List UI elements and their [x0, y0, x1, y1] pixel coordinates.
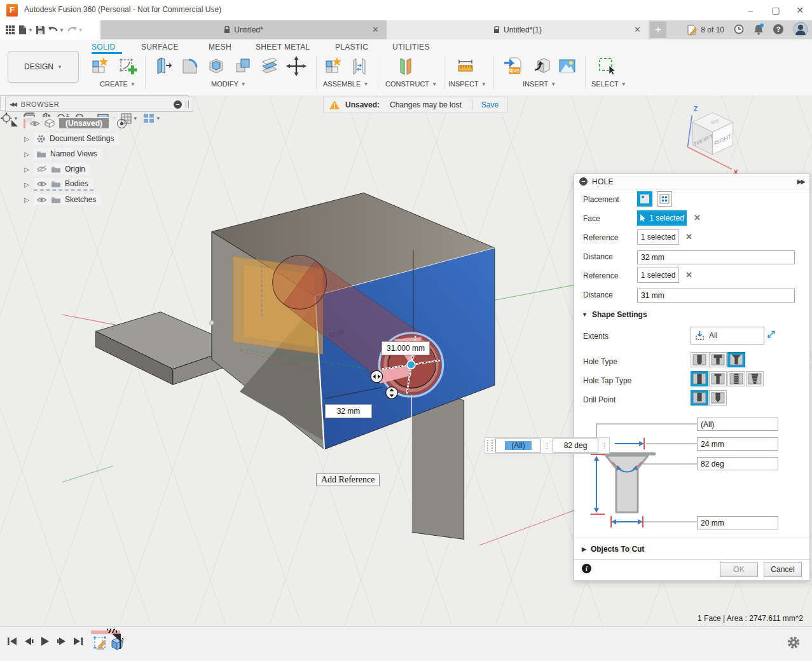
collapse-panel-icon[interactable]: ◀◀: [10, 101, 16, 107]
ribbon-tab-surface[interactable]: SURFACE: [141, 43, 179, 51]
maximize-button[interactable]: ▢: [766, 3, 785, 18]
app-grid-icon[interactable]: [5, 25, 15, 35]
face-selection-button[interactable]: 1 selected: [637, 210, 687, 226]
ribbon-tab-utilities[interactable]: UTILITIES: [392, 43, 430, 51]
field-options-grip[interactable]: ⋮: [601, 444, 607, 448]
hole-type-simple-button[interactable]: [691, 352, 708, 367]
insert-mesh-button[interactable]: [530, 55, 553, 78]
info-icon[interactable]: i: [582, 564, 591, 573]
create-group-label[interactable]: CREATE ▼: [100, 80, 135, 88]
timeline-step-forward-button[interactable]: [55, 634, 69, 648]
expand-triangle-icon[interactable]: ▷: [23, 166, 31, 173]
construct-plane-button[interactable]: [394, 55, 417, 78]
close-tab-icon[interactable]: ✕: [634, 25, 641, 34]
timeline-go-to-start-button[interactable]: [5, 634, 19, 648]
timeline-sketch-feature[interactable]: [93, 636, 108, 653]
close-tab-icon[interactable]: ✕: [372, 25, 379, 34]
ribbon-tab-sheet-metal[interactable]: SHEET METAL: [256, 43, 310, 51]
document-tab-1[interactable]: Untitled* ✕: [100, 20, 387, 39]
job-status-button[interactable]: 8 of 10: [687, 25, 724, 36]
tap-type-tapped-button[interactable]: [727, 371, 745, 386]
countersink-angle-field[interactable]: [697, 457, 778, 470]
browser-row-named-views[interactable]: ▷ Named Views: [23, 146, 193, 161]
timeline-settings-gear-icon[interactable]: [787, 636, 801, 651]
expand-triangle-icon[interactable]: ▷: [23, 196, 31, 203]
cancel-button[interactable]: Cancel: [764, 562, 802, 577]
help-icon[interactable]: ?: [773, 24, 784, 37]
placement-multiple-toggle[interactable]: [657, 191, 672, 207]
save-action-link[interactable]: Save: [472, 100, 507, 109]
document-tab-2-active[interactable]: Untitled*(1) ✕: [387, 20, 649, 39]
extent-floating-field[interactable]: (All): [495, 439, 541, 453]
minimize-panel-icon[interactable]: −: [174, 100, 182, 109]
clear-reference2-icon[interactable]: ✕: [685, 270, 692, 280]
hole-center-point[interactable]: [407, 361, 415, 369]
panel-grip[interactable]: [186, 100, 189, 108]
drill-point-angle-button[interactable]: [709, 390, 727, 405]
diameter-field[interactable]: [697, 516, 778, 529]
new-component-button[interactable]: [88, 55, 111, 78]
depth-field[interactable]: [697, 418, 778, 431]
drag-grip[interactable]: [487, 440, 493, 451]
ribbon-tab-plastic[interactable]: PLASTIC: [335, 43, 368, 51]
close-button[interactable]: ✕: [790, 3, 809, 18]
extents-dropdown[interactable]: All: [691, 327, 764, 344]
hole-type-countersink-button[interactable]: [727, 352, 745, 367]
dimension-label-32mm[interactable]: 32 mm: [325, 404, 372, 418]
assemble-new-component-button[interactable]: [321, 55, 344, 78]
drag-handle-vertical[interactable]: [386, 387, 398, 399]
undo-icon[interactable]: ▼: [48, 25, 64, 35]
activate-radio-icon[interactable]: [117, 119, 127, 128]
browser-row-origin[interactable]: ▷ Origin: [23, 161, 193, 177]
head-diameter-field[interactable]: [697, 437, 778, 451]
distance2-input[interactable]: [637, 289, 795, 303]
notifications-bell-icon[interactable]: [754, 24, 764, 37]
timeline-go-to-end-button[interactable]: [71, 634, 85, 648]
ok-button[interactable]: OK: [720, 562, 758, 577]
document-name-chip[interactable]: (Unsaved): [59, 118, 109, 128]
insert-group-label[interactable]: INSERT ▼: [523, 80, 556, 88]
move-copy-button[interactable]: [285, 55, 308, 78]
field-options-grip[interactable]: ⋮: [544, 444, 550, 448]
hole-dialog-header[interactable]: − HOLE ▶▶: [574, 174, 809, 189]
select-group-label[interactable]: SELECT ▼: [591, 80, 626, 88]
timeline-step-back-button[interactable]: [22, 634, 36, 648]
drag-handle-horizontal[interactable]: [371, 371, 383, 383]
dimension-label-31mm[interactable]: 31.000 mm: [382, 341, 430, 355]
fillet-button[interactable]: [178, 55, 201, 78]
tap-type-simple-button[interactable]: [691, 371, 708, 386]
assemble-group-label[interactable]: ASSEMBLE ▼: [323, 80, 368, 88]
insert-svg-button[interactable]: SVG: [502, 55, 525, 78]
inspect-group-label[interactable]: INSPECT ▼: [448, 80, 486, 88]
flip-direction-icon[interactable]: [766, 329, 776, 342]
press-pull-button[interactable]: [151, 55, 174, 78]
visibility-eye-icon[interactable]: [36, 181, 47, 187]
browser-row-bodies[interactable]: ▷ Bodies: [23, 177, 193, 192]
select-button[interactable]: [595, 55, 618, 78]
save-icon[interactable]: [36, 25, 45, 35]
user-avatar[interactable]: [793, 22, 808, 39]
visibility-off-eye-icon[interactable]: [36, 165, 47, 173]
joint-button[interactable]: [348, 55, 371, 78]
timeline-marker-flag[interactable]: [112, 634, 120, 641]
reference1-selection-button[interactable]: 1 selected: [637, 229, 679, 245]
create-sketch-button[interactable]: [116, 55, 139, 78]
timeline-position-marker[interactable]: [120, 634, 121, 649]
history-clock-icon[interactable]: [733, 24, 745, 37]
expand-triangle-icon[interactable]: ▷: [23, 135, 31, 142]
hole-type-counterbore-button[interactable]: [709, 352, 727, 367]
offset-face-button[interactable]: [258, 55, 281, 78]
distance1-input[interactable]: [637, 250, 795, 264]
shape-settings-section-header[interactable]: ▼ Shape Settings: [582, 310, 647, 319]
minimize-button[interactable]: –: [741, 3, 760, 18]
tap-type-taper-tapped-button[interactable]: [746, 371, 764, 386]
ribbon-tab-solid[interactable]: SOLID: [92, 43, 116, 51]
angle-floating-field[interactable]: 82 deg: [553, 439, 598, 453]
expand-triangle-icon[interactable]: ▷: [23, 181, 31, 188]
file-menu-icon[interactable]: ▼: [18, 25, 33, 35]
browser-root-row[interactable]: (Unsaved): [11, 116, 193, 131]
insert-canvas-button[interactable]: [556, 55, 579, 78]
clear-reference1-icon[interactable]: ✕: [685, 232, 692, 242]
browser-row-document-settings[interactable]: ▷ Document Settings: [23, 131, 193, 146]
view-cube[interactable]: TOP FRONT RIGHT Z X: [687, 105, 738, 176]
